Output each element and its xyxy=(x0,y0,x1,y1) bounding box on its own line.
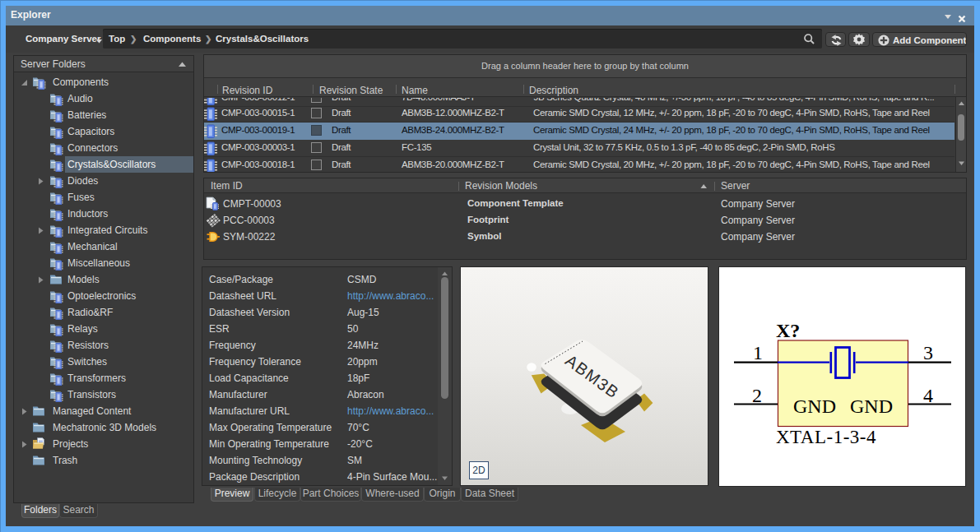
svg-text:GND: GND xyxy=(850,396,893,417)
svg-text:X?: X? xyxy=(776,320,800,341)
svg-text:3: 3 xyxy=(923,342,933,363)
svg-text:GND: GND xyxy=(793,396,836,417)
svg-text:4: 4 xyxy=(923,385,933,406)
svg-text:2: 2 xyxy=(752,385,762,406)
svg-text:1: 1 xyxy=(753,342,763,363)
svg-text:XTAL-1-3-4: XTAL-1-3-4 xyxy=(776,427,876,447)
